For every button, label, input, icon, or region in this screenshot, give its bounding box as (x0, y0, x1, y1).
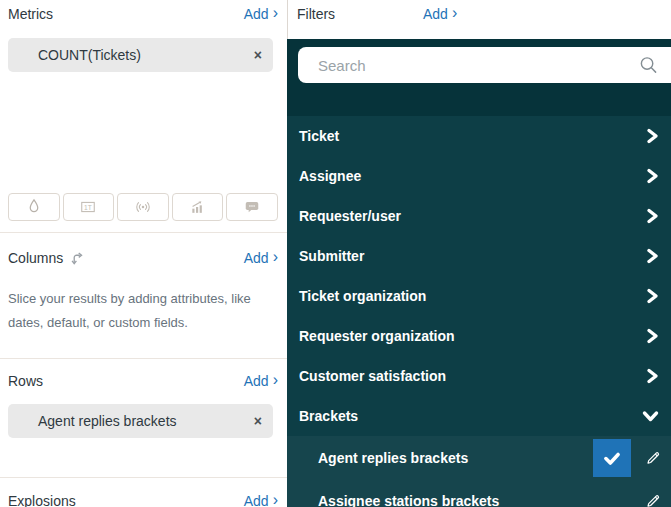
filter-category-label: Requester organization (299, 328, 645, 344)
metric-chip-label: COUNT(Tickets) (38, 47, 141, 63)
chevron-down-icon (642, 409, 659, 423)
edit-pencil-icon[interactable] (645, 450, 661, 466)
chevron-right-icon (645, 328, 659, 344)
search-input[interactable] (298, 47, 671, 83)
chevron-right-icon (645, 208, 659, 224)
filter-attribute-row[interactable]: Agent replies brackets (287, 436, 671, 479)
number-format-icon-button[interactable]: 1T (63, 193, 115, 221)
metrics-add-button[interactable]: Add› (244, 6, 278, 22)
filter-category-label: Submitter (299, 248, 645, 264)
columns-description-line1: Slice your results by adding attributes,… (8, 287, 287, 311)
filters-add-button[interactable]: Add› (423, 6, 457, 22)
remove-metric-icon[interactable]: × (254, 48, 262, 62)
filter-category-label: Assignee (299, 168, 645, 184)
chevron-right-icon: › (273, 492, 278, 507)
brackets-attribute-list: Agent replies brackets Assignee stations… (287, 436, 671, 507)
chevron-right-icon (645, 368, 659, 384)
chevron-right-icon (645, 288, 659, 304)
metric-chip[interactable]: COUNT(Tickets) × (8, 38, 273, 72)
explosions-add-button[interactable]: Add› (244, 493, 278, 507)
columns-title: Columns (8, 250, 63, 266)
filter-category-row[interactable]: Brackets (287, 396, 671, 436)
columns-add-label: Add (244, 250, 269, 266)
number-format-icon: 1T (78, 197, 98, 217)
rows-add-label: Add (244, 373, 269, 389)
divider (0, 477, 287, 478)
chevron-right-icon: › (452, 5, 457, 21)
signal-icon-button[interactable] (117, 193, 169, 221)
metric-display-toolbar: 1T (8, 193, 278, 221)
explosions-title: Explosions (8, 493, 76, 507)
filter-category-row[interactable]: Submitter (287, 236, 671, 276)
row-chip[interactable]: Agent replies brackets × (8, 404, 273, 438)
trend-chart-icon-button[interactable] (172, 193, 224, 221)
signal-icon (133, 197, 153, 217)
filter-category-label: Ticket (299, 128, 645, 144)
chevron-right-icon: › (273, 372, 278, 388)
columns-description: Slice your results by adding attributes,… (8, 287, 287, 335)
rows-section-header: Rows Add› (8, 372, 278, 390)
droplet-icon (24, 197, 44, 217)
search-box (298, 47, 671, 83)
filter-category-row[interactable]: Customer satisfaction (287, 356, 671, 396)
filter-category-label: Requester/user (299, 208, 645, 224)
trend-chart-icon (188, 197, 208, 217)
edit-pencil-icon[interactable] (645, 493, 661, 507)
filter-category-row[interactable]: Requester organization (287, 316, 671, 356)
filter-category-row[interactable]: Ticket (287, 116, 671, 156)
explosions-add-label: Add (244, 493, 269, 507)
filter-attribute-label: Assignee stations brackets (318, 493, 645, 507)
columns-description-line2: dates, default, or custom fields. (8, 311, 287, 335)
columns-section-header: Columns Add› (8, 249, 278, 267)
filters-add-label: Add (423, 6, 448, 22)
divider (0, 358, 287, 359)
filter-category-list: Ticket Assignee Requester/user (287, 116, 671, 436)
chevron-right-icon (645, 128, 659, 144)
checkmark-icon (602, 448, 622, 468)
filter-category-label: Ticket organization (299, 288, 645, 304)
filter-category-label: Customer satisfaction (299, 368, 645, 384)
comment-icon (242, 197, 262, 217)
pivot-swap-icon[interactable] (70, 251, 85, 266)
droplet-icon-button[interactable] (8, 193, 60, 221)
comment-icon-button[interactable] (226, 193, 278, 221)
metrics-add-label: Add (244, 6, 269, 22)
explore-query-builder: Metrics Add› COUNT(Tickets) × 1T (0, 0, 671, 507)
chevron-right-icon (645, 248, 659, 264)
divider (0, 232, 287, 233)
filter-attribute-row[interactable]: Assignee stations brackets (287, 479, 671, 507)
columns-add-button[interactable]: Add› (244, 250, 278, 266)
filter-category-row[interactable]: Requester/user (287, 196, 671, 236)
filter-category-label: Brackets (299, 408, 642, 424)
filters-title: Filters (297, 6, 335, 22)
chevron-right-icon (645, 168, 659, 184)
filters-dropdown: Ticket Assignee Requester/user (287, 39, 671, 507)
filter-attribute-label: Agent replies brackets (318, 450, 593, 466)
rows-add-button[interactable]: Add› (244, 373, 278, 389)
search-icon (639, 56, 658, 75)
remove-row-icon[interactable]: × (254, 414, 262, 428)
svg-text:1T: 1T (85, 204, 93, 211)
rows-title: Rows (8, 373, 43, 389)
chevron-right-icon: › (273, 249, 278, 265)
metrics-section-header: Metrics Add› (8, 5, 278, 23)
chevron-right-icon: › (273, 5, 278, 21)
filter-category-row[interactable]: Assignee (287, 156, 671, 196)
row-chip-label: Agent replies brackets (38, 413, 177, 429)
metrics-title: Metrics (8, 6, 53, 22)
filters-header: Filters Add› (287, 0, 671, 39)
filter-category-row[interactable]: Ticket organization (287, 276, 671, 316)
checked-checkbox[interactable] (593, 439, 631, 477)
left-panel: Metrics Add› COUNT(Tickets) × 1T (0, 0, 287, 507)
explosions-section-header: Explosions Add› (8, 492, 278, 507)
